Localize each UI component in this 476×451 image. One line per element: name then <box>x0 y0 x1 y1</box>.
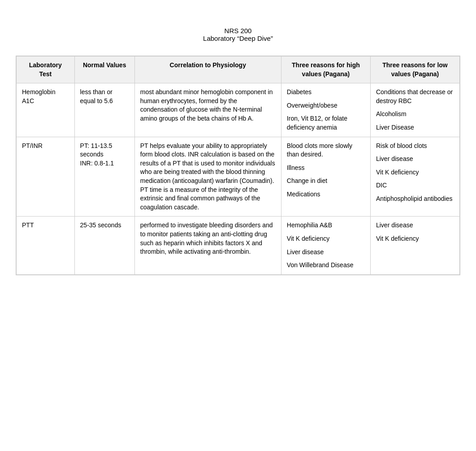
low-value-item: Risk of blood clots <box>376 142 454 151</box>
table-header-row: Laboratory Test Normal Values Correlatio… <box>17 56 460 83</box>
cell-low-values: Liver diseaseVit K deficiency <box>370 217 459 274</box>
cell-lab-test: PT/INR <box>17 137 75 217</box>
table-row: PT/INRPT: 11-13.5 seconds INR: 0.8-1.1PT… <box>17 137 460 217</box>
page-header: NRS 200 Laboratory “Deep Dive” <box>0 0 476 51</box>
cell-correlation: PT helps evaluate your ability to approp… <box>134 137 281 217</box>
high-value-item: Liver disease <box>287 248 365 257</box>
page-title-line1: NRS 200 <box>0 27 476 35</box>
low-value-item: Liver disease <box>376 221 454 230</box>
cell-lab-test: Hemoglobin A1C <box>17 83 75 137</box>
low-value-item: Liver Disease <box>376 123 454 132</box>
high-value-item: Hemophilia A&B <box>287 221 365 230</box>
high-value-item: Diabetes <box>287 88 365 97</box>
cell-high-values: Hemophilia A&BVit K deficiencyLiver dise… <box>281 217 370 274</box>
high-value-item: Change in diet <box>287 177 365 186</box>
cell-normal-values: 25-35 seconds <box>74 217 134 274</box>
high-value-item: Von Willebrand Disease <box>287 261 365 270</box>
high-value-item: Vit K deficiency <box>287 234 365 243</box>
main-table-container: Laboratory Test Normal Values Correlatio… <box>16 56 460 275</box>
cell-low-values: Risk of blood clotsLiver diseaseVit K de… <box>370 137 459 217</box>
low-value-item: Alcoholism <box>376 110 454 119</box>
cell-low-values: Conditions that decrease or destroy RBCA… <box>370 83 459 137</box>
cell-correlation: performed to investigate bleeding disord… <box>134 217 281 274</box>
high-value-item: Medications <box>287 190 365 199</box>
col-header-normal-values: Normal Values <box>74 56 134 83</box>
cell-normal-values: PT: 11-13.5 seconds INR: 0.8-1.1 <box>74 137 134 217</box>
high-value-item: Blood clots more slowly than desired. <box>287 142 365 159</box>
low-value-item: Vit K deficiency <box>376 168 454 177</box>
cell-lab-test: PTT <box>17 217 75 274</box>
high-value-item: Overweight/obese <box>287 101 365 110</box>
table-row: PTT25-35 secondsperformed to investigate… <box>17 217 460 274</box>
high-value-item: Iron, Vit B12, or folate deficiency anem… <box>287 114 365 132</box>
col-header-correlation: Correlation to Physiology <box>134 56 281 83</box>
cell-high-values: DiabetesOverweight/obeseIron, Vit B12, o… <box>281 83 370 137</box>
col-header-low-values: Three reasons for low values (Pagana) <box>370 56 459 83</box>
low-value-item: Antiphospholipid antibodies <box>376 195 454 204</box>
page-title-line2: Laboratory “Deep Dive” <box>0 35 476 42</box>
cell-correlation: most abundant minor hemoglobin component… <box>134 83 281 137</box>
low-value-item: Conditions that decrease or destroy RBC <box>376 88 454 105</box>
high-value-item: Illness <box>287 164 365 173</box>
cell-high-values: Blood clots more slowly than desired.Ill… <box>281 137 370 217</box>
low-value-item: DIC <box>376 181 454 190</box>
cell-normal-values: less than or equal to 5.6 <box>74 83 134 137</box>
col-header-lab-test: Laboratory Test <box>17 56 75 83</box>
table-row: Hemoglobin A1Cless than or equal to 5.6m… <box>17 83 460 137</box>
low-value-item: Liver disease <box>376 155 454 164</box>
col-header-high-values: Three reasons for high values (Pagana) <box>281 56 370 83</box>
low-value-item: Vit K deficiency <box>376 234 454 243</box>
lab-table: Laboratory Test Normal Values Correlatio… <box>16 56 460 275</box>
